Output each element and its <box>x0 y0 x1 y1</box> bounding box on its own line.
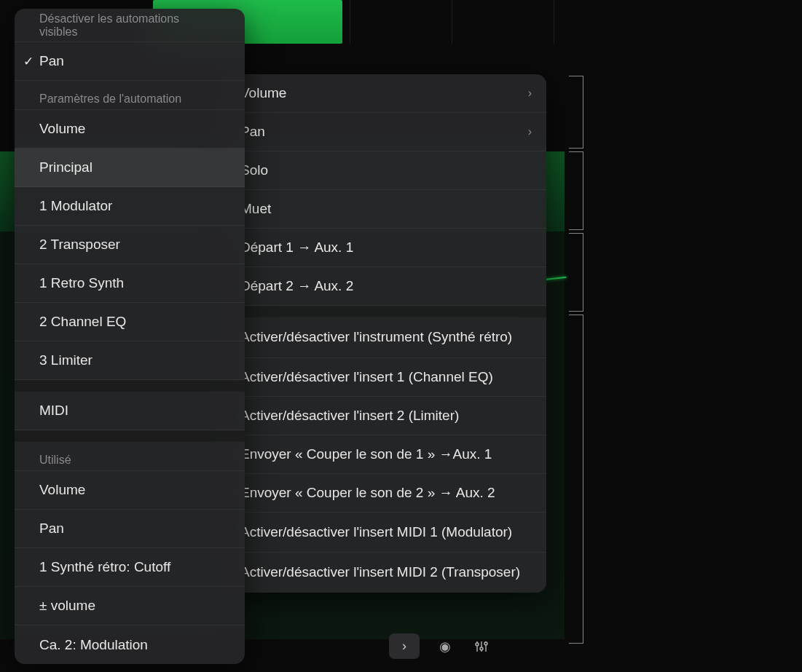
menu-item-principal[interactable]: Principal <box>15 149 245 187</box>
menu-item-label: Activer/désactiver l'insert MIDI 2 (Tran… <box>240 563 520 582</box>
menu-item-used-pan[interactable]: Pan <box>15 510 245 548</box>
callout-brackets <box>565 0 594 672</box>
menu-item-volume[interactable]: Volume <box>15 110 245 149</box>
menu-header-label: Utilisé <box>39 454 71 467</box>
submenu-item-toggle-instrument[interactable]: Activer/désactiver l'instrument (Synthé … <box>224 317 546 358</box>
chevron-right-icon: › <box>402 639 406 654</box>
automation-submenu: Volume › Pan › Solo Muet Départ 1 → Aux.… <box>224 74 546 593</box>
submenu-item-send-mute2[interactable]: Envoyer « Couper le son de 2 » → Aux. 2 <box>224 474 546 513</box>
menu-item-label: Principal <box>39 159 93 175</box>
submenu-item-solo[interactable]: Solo <box>224 151 546 190</box>
bracket <box>569 76 583 149</box>
menu-item-used-modulation[interactable]: Ca. 2: Modulation <box>15 625 245 664</box>
bracket <box>569 315 583 644</box>
menu-item-used-cutoff[interactable]: 1 Synthé rétro: Cutoff <box>15 548 245 587</box>
check-icon: ✓ <box>23 54 34 69</box>
menu-item-label: Envoyer « Couper le son de 1 » →Aux. 1 <box>240 446 492 462</box>
menu-item-label: Départ 2 → Aux. 2 <box>240 278 353 294</box>
menu-separator <box>15 430 245 442</box>
menu-item-retro-synth[interactable]: 1 Retro Synth <box>15 264 245 303</box>
menu-item-label: Pan <box>39 521 64 537</box>
menu-item-label: Activer/désactiver l'insert 2 (Limiter) <box>240 408 459 424</box>
menu-item-label: Volume <box>39 482 85 498</box>
menu-item-label: Muet <box>240 201 271 217</box>
menu-item-label: 1 Synthé rétro: Cutoff <box>39 559 170 575</box>
menu-header-label: Paramètres de l'automation <box>39 92 181 106</box>
submenu-item-toggle-insert1[interactable]: Activer/désactiver l'insert 1 (Channel E… <box>224 358 546 397</box>
menu-item-label: Ca. 2: Modulation <box>39 637 148 653</box>
menu-item-label: ± volume <box>39 598 95 614</box>
menu-item-label: Activer/désactiver l'instrument (Synthé … <box>240 328 512 347</box>
menu-item-limiter[interactable]: 3 Limiter <box>15 341 245 380</box>
menu-item-label: Activer/désactiver l'insert 1 (Channel E… <box>240 369 493 385</box>
menu-item-transposer[interactable]: 2 Transposer <box>15 226 245 264</box>
menu-item-label: 2 Transposer <box>39 237 120 253</box>
playhead-icon[interactable]: ◉ <box>434 636 456 657</box>
menu-item-pan-checked[interactable]: ✓ Pan <box>15 42 245 81</box>
menu-item-midi[interactable]: MIDI <box>15 392 245 430</box>
menu-header-used: Utilisé <box>15 442 245 471</box>
svg-point-1 <box>476 643 479 646</box>
grid-line <box>554 0 554 44</box>
menu-item-used-volume[interactable]: Volume <box>15 471 245 510</box>
menu-item-label: Activer/désactiver l'insert MIDI 1 (Modu… <box>240 523 512 542</box>
chevron-right-icon: › <box>528 125 532 138</box>
menu-item-label: Départ 1 → Aux. 1 <box>240 240 353 256</box>
submenu-item-toggle-midi2[interactable]: Activer/désactiver l'insert MIDI 2 (Tran… <box>224 553 546 593</box>
chevron-right-icon: › <box>528 87 532 100</box>
menu-item-label: Volume <box>39 121 85 137</box>
sliders-icon <box>474 639 489 654</box>
menu-header-disable-visible: Désactiver les automations visibles <box>15 9 245 42</box>
submenu-item-muet[interactable]: Muet <box>224 190 546 229</box>
menu-item-label: 1 Retro Synth <box>39 275 124 291</box>
submenu-item-toggle-insert2[interactable]: Activer/désactiver l'insert 2 (Limiter) <box>224 397 546 435</box>
menu-item-modulator[interactable]: 1 Modulator <box>15 187 245 226</box>
grid-line <box>350 0 350 44</box>
menu-item-channel-eq[interactable]: 2 Channel EQ <box>15 303 245 341</box>
submenu-item-toggle-midi1[interactable]: Activer/désactiver l'insert MIDI 1 (Modu… <box>224 513 546 553</box>
menu-item-label: Volume <box>240 85 286 101</box>
svg-point-3 <box>480 647 483 650</box>
submenu-item-send-mute1[interactable]: Envoyer « Couper le son de 1 » →Aux. 1 <box>224 435 546 474</box>
menu-item-label: Envoyer « Couper le son de 2 » → Aux. 2 <box>240 485 495 501</box>
menu-item-label: Pan <box>39 53 64 69</box>
submenu-item-depart2[interactable]: Départ 2 → Aux. 2 <box>224 267 546 306</box>
submenu-item-volume[interactable]: Volume › <box>224 74 546 113</box>
svg-point-5 <box>484 642 487 645</box>
submenu-item-depart1[interactable]: Départ 1 → Aux. 1 <box>224 229 546 267</box>
editor-toolbar: › ◉ <box>389 633 492 659</box>
menu-item-label: 3 Limiter <box>39 352 93 368</box>
bracket <box>569 151 583 230</box>
grid-line <box>452 0 452 44</box>
forward-button[interactable]: › <box>389 633 420 659</box>
menu-separator <box>224 306 546 317</box>
menu-separator <box>15 380 245 392</box>
menu-item-label: 1 Modulator <box>39 198 112 214</box>
automation-menu: Désactiver les automations visibles ✓ Pa… <box>15 9 245 664</box>
settings-sliders-icon[interactable] <box>471 636 492 657</box>
menu-header-label: Désactiver les automations visibles <box>39 12 220 39</box>
bracket <box>569 233 583 312</box>
menu-header-automation-params: Paramètres de l'automation <box>15 81 245 110</box>
menu-item-used-pmvolume[interactable]: ± volume <box>15 587 245 625</box>
submenu-item-pan[interactable]: Pan › <box>224 113 546 151</box>
menu-item-label: 2 Channel EQ <box>39 314 126 330</box>
menu-item-label: MIDI <box>39 403 68 419</box>
